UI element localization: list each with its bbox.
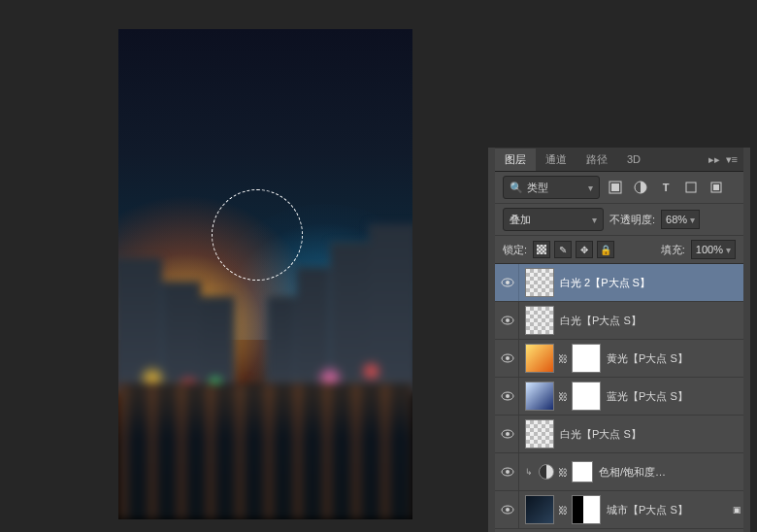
layer-item-hue-sat[interactable]: ↳ ⛓ 色相/饱和度… — [495, 453, 743, 491]
svg-point-13 — [506, 394, 510, 398]
svg-rect-3 — [686, 183, 696, 192]
layer-item-city[interactable]: ⛓ 城市【P大点 S】 ▣ — [495, 491, 743, 529]
lock-position-icon[interactable]: ✥ — [576, 241, 593, 258]
layer-thumb — [525, 419, 554, 449]
opacity-label: 不透明度: — [609, 213, 655, 227]
tab-layers[interactable]: 图层 — [495, 149, 536, 171]
filter-adjustment-icon[interactable] — [631, 178, 650, 197]
layer-mask-thumb — [572, 461, 593, 482]
layer-thumb — [525, 306, 554, 335]
lock-transparent-icon[interactable] — [533, 241, 550, 258]
tab-paths[interactable]: 路径 — [576, 149, 617, 171]
layer-mask-thumb — [572, 344, 601, 373]
expand-icon[interactable]: ▸▸ — [708, 153, 720, 166]
layer-thumb — [525, 495, 554, 524]
link-icon: ⛓ — [558, 505, 568, 515]
svg-rect-1 — [611, 183, 619, 191]
filter-type-icon[interactable]: T — [656, 178, 675, 197]
lock-pixels-icon[interactable]: ✎ — [554, 241, 572, 258]
fill-label: 填充: — [661, 243, 685, 257]
svg-point-9 — [506, 318, 510, 322]
city-silhouette — [118, 282, 412, 519]
link-icon: ⛓ — [558, 467, 568, 478]
filter-row: 🔍类型 ▾ T — [495, 172, 743, 204]
filter-shape-icon[interactable] — [681, 178, 701, 197]
opacity-input[interactable]: 68%▾ — [661, 210, 700, 229]
smart-object-badge-icon: ▣ — [733, 505, 741, 515]
filter-pixel-icon[interactable] — [606, 178, 625, 197]
canvas[interactable] — [118, 29, 412, 519]
link-icon: ⛓ — [558, 353, 568, 364]
lock-all-icon[interactable]: 🔒 — [597, 241, 614, 258]
fill-input[interactable]: 100%▾ — [691, 240, 736, 259]
panel-menu-icon[interactable]: ▾≡ — [726, 153, 738, 166]
adjustment-layer-icon — [539, 464, 554, 480]
blend-opacity-row: 叠加▾ 不透明度: 68%▾ — [495, 204, 743, 236]
river-reflection — [118, 383, 412, 519]
lock-row: 锁定: ✎ ✥ 🔒 填充: 100%▾ — [495, 236, 743, 264]
link-icon: ⛓ — [558, 391, 568, 402]
layer-mask-thumb — [572, 382, 601, 411]
visibility-toggle[interactable] — [497, 491, 519, 528]
svg-point-11 — [506, 356, 510, 360]
visibility-toggle[interactable] — [497, 302, 519, 339]
layers-list: 白光 2【P大点 S】 白光【P大点 S】 ⛓ 黄光【P大点 S】 ⛓ 蓝光【P… — [495, 264, 743, 532]
filter-smartobject-icon[interactable] — [707, 178, 726, 197]
lock-label: 锁定: — [503, 243, 527, 257]
filter-type-dropdown[interactable]: 🔍类型 ▾ — [503, 176, 600, 199]
svg-point-7 — [506, 281, 510, 284]
clip-arrow-icon: ↳ — [525, 467, 533, 477]
layer-item-white[interactable]: 白光【P大点 S】 — [495, 302, 743, 340]
panel-tabs: 图层 通道 路径 3D ▸▸ ▾≡ — [495, 148, 743, 172]
search-icon: 🔍 — [510, 182, 523, 194]
layer-item-white2[interactable]: 白光 2【P大点 S】 — [495, 264, 743, 302]
visibility-toggle[interactable] — [497, 416, 519, 452]
svg-point-19 — [506, 508, 510, 512]
layer-thumb — [525, 268, 554, 297]
blend-mode-dropdown[interactable]: 叠加▾ — [503, 208, 604, 231]
visibility-toggle[interactable] — [497, 264, 519, 301]
visibility-toggle[interactable] — [497, 340, 519, 377]
layer-thumb — [525, 382, 554, 411]
tab-3d[interactable]: 3D — [617, 150, 650, 169]
layer-item-blue[interactable]: ⛓ 蓝光【P大点 S】 — [495, 378, 743, 416]
svg-point-17 — [506, 470, 510, 474]
svg-point-15 — [506, 432, 510, 436]
tab-channels[interactable]: 通道 — [536, 149, 576, 171]
visibility-toggle[interactable] — [497, 453, 519, 490]
layer-thumb — [525, 344, 554, 373]
visibility-toggle[interactable] — [497, 378, 519, 415]
layer-item-yellow[interactable]: ⛓ 黄光【P大点 S】 — [495, 340, 743, 378]
layer-mask-thumb — [572, 495, 601, 524]
layers-panel: 图层 通道 路径 3D ▸▸ ▾≡ 🔍类型 ▾ T 叠加▾ 不透明度: 68%▾… — [495, 148, 743, 532]
layer-item-white-b[interactable]: 白光【P大点 S】 — [495, 416, 743, 453]
svg-rect-5 — [713, 184, 719, 190]
